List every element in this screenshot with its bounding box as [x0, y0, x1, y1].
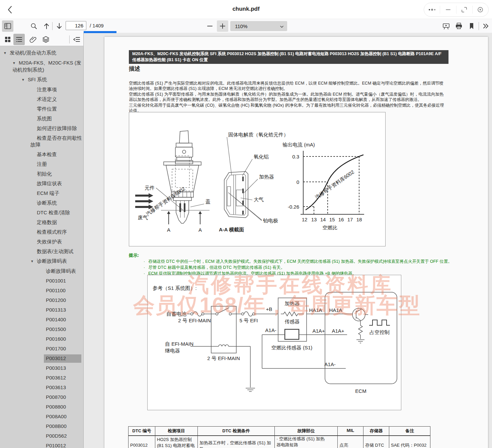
document-title: chunk.pdf [0, 6, 492, 12]
outline-item[interactable]: P008A00 [0, 412, 83, 422]
plus-b-label: +B [266, 306, 272, 312]
graph-y-axis-label: 输出电流 (mA) [282, 142, 315, 147]
element-label: 元件 [145, 185, 155, 191]
outline-item-label: 如何进行故障排除 [37, 125, 77, 131]
outline-item[interactable]: ▼诊断故障码表 [0, 256, 83, 266]
outline-item-label: P003012 [44, 354, 81, 363]
presentation-mode-button[interactable] [440, 20, 452, 32]
outline-item[interactable]: P008700 [0, 393, 83, 402]
outline-item[interactable]: 系统图 [0, 114, 83, 124]
attachments-button[interactable] [27, 34, 39, 45]
next-page-button[interactable] [54, 20, 65, 32]
y-tick: 0.3 [292, 154, 299, 159]
outline-item[interactable]: 注意事项 [0, 85, 83, 95]
outline-item-label: P001313 [46, 307, 66, 313]
outline-item[interactable]: 失效保护表 [0, 237, 83, 247]
target-icon[interactable] [473, 6, 488, 14]
outline-item[interactable]: P00D562 [0, 431, 83, 441]
outline-item-label: 注册 [37, 161, 47, 167]
outline-item[interactable]: P003013 [0, 363, 83, 373]
search-button[interactable] [28, 20, 39, 32]
outline-item[interactable]: P008B00 [0, 422, 83, 431]
previous-page-button[interactable] [41, 20, 52, 32]
outline-item[interactable]: P001100 [0, 286, 83, 296]
outline-item-label: 数据表/主动测试 [37, 248, 73, 254]
outline-item-label: 诊断系统 [37, 200, 57, 206]
outline-item-label: 诊断故障码表 [37, 258, 67, 264]
outline-item-label: P003013 [46, 365, 66, 371]
zoom-select[interactable]: 110% [230, 21, 287, 31]
page-number-input[interactable] [66, 21, 86, 30]
table-cell: · 空燃比传感器 (S1) 加热 器电路短路 · 空燃比传感器 (S1) [275, 436, 338, 448]
outline-item-label: SFI 系统 [28, 77, 47, 82]
zoom-in-button[interactable] [217, 20, 228, 32]
outline-item[interactable]: P001700 [0, 344, 83, 354]
outline-item[interactable]: ▼发动机/混合动力系统 [0, 48, 83, 58]
outline-item[interactable]: P001001 [0, 276, 83, 286]
outline-item[interactable]: DTC 检查/清除 [0, 208, 83, 218]
loading-progress-bar [84, 31, 116, 33]
caret-down-icon[interactable]: ▼ [30, 258, 37, 265]
outline-item-label: P003612 [46, 375, 66, 380]
section-a-right-label: A [198, 227, 202, 233]
table-body: P003012HO2S 加热器控制 (B1 S1) 电路对蓄电加热器工作时，空燃… [129, 436, 430, 448]
outline-item-label: M20A-FKS、M20C-FKS (发动机控制系统) [12, 60, 81, 73]
outline-item[interactable]: 诊断系统 [0, 198, 83, 208]
more-tools-button[interactable] [480, 20, 491, 32]
outline-item-label: 失效保护表 [37, 239, 62, 244]
outline-item[interactable]: P001400 [0, 315, 83, 325]
outline-item[interactable]: 故障症状表 [0, 179, 83, 189]
cover-label: 盖 [206, 199, 211, 204]
outline-item-label: 检查模式程序 [37, 229, 67, 235]
minimize-icon[interactable] [440, 6, 456, 14]
caret-down-icon[interactable]: ▼ [3, 50, 10, 57]
outline-item[interactable]: P001600 [0, 334, 83, 344]
thumbnails-view-button[interactable] [2, 34, 13, 45]
outline-item-label: 基本检查 [37, 151, 57, 157]
outline-item[interactable]: P001313 [0, 305, 83, 315]
outline-item[interactable]: 如何进行故障排除 [0, 124, 83, 133]
title-bar: chunk.pdf [0, 0, 492, 19]
x-tick: 17 [347, 217, 353, 222]
outline-item[interactable]: 检查模式程序 [0, 227, 83, 237]
outline-item[interactable]: 定格数据 [0, 218, 83, 227]
print-button[interactable] [453, 20, 465, 32]
outline-item-label: P003613 [46, 384, 66, 390]
outline-item[interactable]: 检查是否存在间歇性故障 [0, 133, 83, 150]
bookmark-button[interactable] [466, 20, 477, 32]
x-tick: 13 [311, 217, 317, 222]
outline-item[interactable]: 诊断故障码表 [0, 266, 83, 276]
zoom-out-button[interactable] [204, 20, 216, 32]
outline-item[interactable]: 注册 [0, 159, 83, 169]
caret-down-icon[interactable]: ▼ [21, 77, 28, 83]
current-outline-item-button[interactable] [71, 34, 82, 45]
relay-name-label: 2 号 EFI-MAIN [207, 355, 240, 361]
pdf-viewer-area[interactable]: M20A-FKS、M20C-FKS 发动机控制系统 SFI 系统 P003012… [84, 33, 492, 448]
outline-item[interactable]: P001200 [0, 296, 83, 305]
more-options-icon[interactable] [424, 6, 440, 14]
outline-view-button[interactable] [13, 34, 25, 45]
outline-item[interactable]: 零件位置 [0, 104, 83, 114]
layers-button[interactable] [40, 34, 52, 45]
outline-item[interactable]: ▼M20A-FKS、M20C-FKS (发动机控制系统) [0, 58, 83, 75]
outline-item[interactable]: P003012 [0, 354, 83, 363]
outline-item[interactable]: P008800 [0, 402, 83, 412]
outline-item[interactable]: P010012 [0, 441, 83, 448]
section-title: 描述 [129, 65, 140, 73]
caret-down-icon[interactable]: ▼ [12, 60, 19, 67]
outline-item[interactable]: 术语定义 [0, 95, 83, 104]
outline-item[interactable]: 基本检查 [0, 150, 83, 159]
outline-item[interactable]: 初始化 [0, 169, 83, 179]
outline-item[interactable]: P001500 [0, 325, 83, 334]
sensor-box-label: 传感器 [285, 319, 300, 324]
outline-item[interactable]: ECM 端子 [0, 189, 83, 198]
outline-item[interactable]: 数据表/主动测试 [0, 247, 83, 256]
expand-icon[interactable] [457, 6, 473, 14]
outline-item-label: 故障症状表 [37, 181, 62, 186]
outline-item-label: 术语定义 [37, 96, 57, 102]
sidebar-toggle-button[interactable] [2, 20, 13, 32]
outline-item-label: P008800 [46, 404, 66, 410]
outline-item[interactable]: P003612 [0, 373, 83, 383]
outline-item[interactable]: P003613 [0, 383, 83, 393]
outline-item[interactable]: ▼SFI 系统 [0, 75, 83, 85]
